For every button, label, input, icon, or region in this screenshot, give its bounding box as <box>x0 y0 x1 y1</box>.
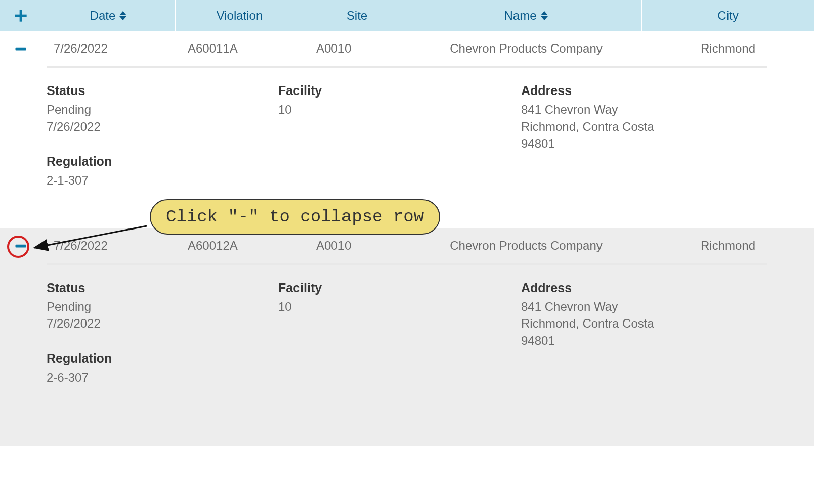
address-line2: Richmond, Contra Costa <box>521 315 767 332</box>
address-line3: 94801 <box>521 332 767 349</box>
facility-label: Facility <box>278 83 521 98</box>
cell-violation: A60011A <box>176 41 304 56</box>
row-divider <box>47 263 767 265</box>
address-line1: 841 Chevron Way <box>521 298 767 315</box>
facility-label: Facility <box>278 281 521 295</box>
cell-city: Richmond <box>642 41 814 56</box>
cell-name: Chevron Products Company <box>410 41 642 56</box>
facility-value: 10 <box>278 298 521 315</box>
header-date[interactable]: Date <box>41 0 176 31</box>
status-label: Status <box>47 83 278 98</box>
status-label: Status <box>47 281 278 295</box>
address-line2: Richmond, Contra Costa <box>521 118 767 135</box>
header-violation-label: Violation <box>217 9 263 23</box>
svg-line-4 <box>34 226 147 248</box>
cell-name: Chevron Products Company <box>410 239 642 253</box>
row-divider <box>47 66 767 68</box>
cell-site: A0010 <box>304 41 410 56</box>
cell-city: Richmond <box>642 239 814 253</box>
status-date: 7/26/2022 <box>47 118 278 135</box>
annotation-arrow <box>30 223 157 254</box>
minus-icon <box>14 41 28 56</box>
header-city-label: City <box>717 9 738 23</box>
table-header-row: Date Violation Site Name City <box>0 0 814 31</box>
sort-icon <box>119 11 126 20</box>
violations-table: Date Violation Site Name City <box>0 0 814 446</box>
header-date-label: Date <box>90 9 116 23</box>
svg-rect-1 <box>15 15 26 17</box>
cell-violation: A60012A <box>176 239 304 253</box>
header-site[interactable]: Site <box>304 0 410 31</box>
address-line1: 841 Chevron Way <box>521 101 767 118</box>
cell-date: 7/26/2022 <box>41 41 176 56</box>
sort-icon <box>541 11 548 20</box>
expand-all-header[interactable] <box>0 0 41 31</box>
regulation-label: Regulation <box>47 154 278 169</box>
annotation-callout: Click "-" to collapse row <box>150 199 440 235</box>
regulation-value: 2-6-307 <box>47 369 278 386</box>
plus-icon <box>14 9 28 23</box>
svg-rect-2 <box>16 48 26 51</box>
status-date: 7/26/2022 <box>47 315 278 332</box>
status-value: Pending <box>47 101 278 118</box>
table-row: 7/26/2022 A60011A A0010 Chevron Products… <box>0 31 814 66</box>
address-label: Address <box>521 281 767 295</box>
header-site-label: Site <box>347 9 367 23</box>
cell-site: A0010 <box>304 239 410 253</box>
regulation-label: Regulation <box>47 351 278 366</box>
regulation-value: 2-1-307 <box>47 172 278 189</box>
svg-rect-5 <box>16 244 26 247</box>
collapse-toggle[interactable] <box>0 41 41 56</box>
header-name-label: Name <box>504 9 536 23</box>
row-details: Status Pending 7/26/2022 Regulation 2-6-… <box>0 281 814 426</box>
address-line3: 94801 <box>521 135 767 152</box>
header-city[interactable]: City <box>642 0 814 31</box>
address-label: Address <box>521 83 767 98</box>
table-row-group: Click "-" to collapse row 7/26/2022 A600… <box>0 228 814 446</box>
facility-value: 10 <box>278 101 521 118</box>
status-value: Pending <box>47 298 278 315</box>
header-violation[interactable]: Violation <box>176 0 304 31</box>
header-name[interactable]: Name <box>410 0 642 31</box>
minus-icon <box>14 239 28 253</box>
